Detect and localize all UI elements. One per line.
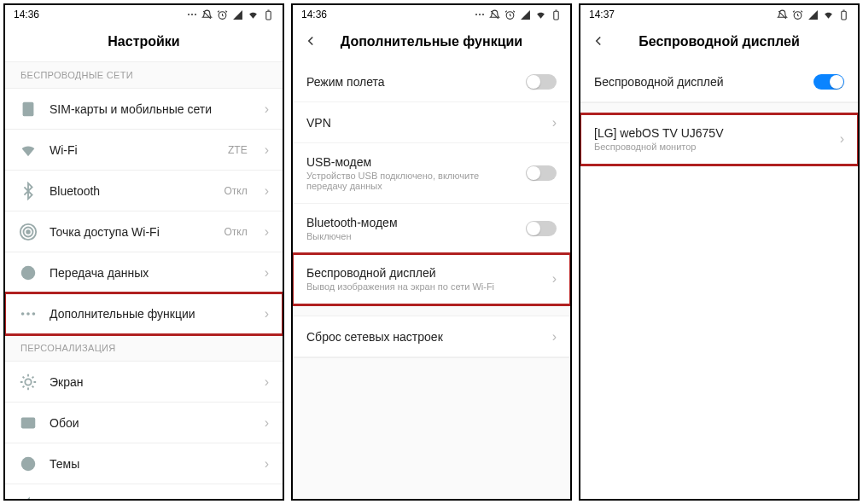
- svg-point-6: [21, 265, 36, 280]
- chevron-right-icon: ›: [265, 415, 269, 431]
- phone-screen-3: 14:37 Беспроводной дисплей Беспроводной …: [579, 3, 860, 501]
- chevron-right-icon: ›: [265, 456, 269, 472]
- cast-list: Беспроводной дисплей: [580, 61, 858, 102]
- back-button[interactable]: [303, 33, 318, 52]
- airplane-toggle[interactable]: [526, 74, 557, 90]
- chevron-right-icon: ›: [552, 271, 557, 287]
- phone-screen-2: 14:36 ⋯ Дополнительные функции Режим пол…: [291, 3, 572, 501]
- wireless-display-toggle[interactable]: [813, 74, 844, 90]
- airplane-row[interactable]: Режим полета: [293, 61, 570, 102]
- section-personal: ПЕРСОНАЛИЗАЦИЯ: [5, 334, 283, 362]
- chevron-right-icon: ›: [265, 497, 269, 501]
- svg-point-12: [21, 456, 36, 471]
- phone-screen-1: 14:36 ⋯ Настройки БЕСПРОВОДНЫЕ СЕТИ SIM-…: [3, 3, 284, 501]
- device-name: [LG] webOS TV UJ675V: [594, 126, 828, 140]
- back-button[interactable]: [591, 33, 606, 52]
- more-list: Режим полета VPN › USB-модем Устройство …: [293, 61, 570, 304]
- svg-rect-11: [21, 417, 36, 428]
- wifi-row[interactable]: Wi-Fi ZTE ›: [5, 130, 283, 171]
- battery-icon: [263, 9, 274, 20]
- status-time: 14:37: [589, 9, 615, 20]
- svg-rect-2: [23, 101, 34, 116]
- row-status: Откл: [224, 185, 247, 197]
- alarm-icon: [217, 9, 228, 20]
- device-sub: Беспроводной монитор: [594, 142, 828, 152]
- row-label: Передача данных: [50, 266, 253, 280]
- image-icon: [19, 414, 38, 432]
- spacer: [580, 102, 858, 114]
- bt-tether-row[interactable]: Bluetooth-модем Выключен: [293, 204, 570, 254]
- usb-tether-row[interactable]: USB-модем Устройство USB подключено, вкл…: [293, 143, 570, 204]
- bluetooth-row[interactable]: Bluetooth Откл ›: [5, 171, 283, 211]
- status-time: 14:36: [301, 9, 327, 20]
- dots-icon: ⋯: [475, 9, 485, 20]
- row-label: Точка доступа Wi-Fi: [50, 225, 212, 239]
- row-sub: Вывод изображения на экран по сети Wi-Fi: [306, 281, 540, 292]
- display-row[interactable]: Экран ›: [5, 362, 283, 403]
- bell-off-icon: [777, 9, 788, 20]
- chevron-left-icon: [303, 33, 318, 49]
- alarm-icon: [792, 9, 803, 20]
- status-icons: ⋯: [475, 9, 562, 20]
- status-icons: [777, 9, 849, 20]
- status-bar: 14:36 ⋯: [5, 5, 283, 24]
- svg-rect-1: [266, 11, 271, 20]
- row-label: SIM-карты и мобильные сети: [50, 102, 253, 116]
- row-label: Bluetooth: [50, 184, 212, 198]
- spacer: [293, 304, 570, 316]
- reset-list: Сброс сетевых настроек ›: [293, 316, 570, 357]
- row-label: Обои: [50, 416, 253, 430]
- sound-row[interactable]: Звук и вибрация ›: [5, 484, 283, 501]
- empty-area: [580, 165, 858, 499]
- chevron-right-icon: ›: [265, 265, 269, 281]
- row-label: Сброс сетевых настроек: [306, 330, 540, 344]
- wireless-list: SIM-карты и мобильные сети › Wi-Fi ZTE ›…: [5, 89, 283, 334]
- data-usage-row[interactable]: Передача данных ›: [5, 252, 283, 293]
- row-label: Экран: [50, 375, 253, 389]
- svg-point-10: [25, 379, 31, 385]
- page-title-text: Настройки: [108, 34, 179, 49]
- status-icons: ⋯: [187, 9, 274, 20]
- page-title-text: Дополнительные функции: [341, 34, 522, 49]
- row-sub: Выключен: [306, 231, 514, 241]
- page-title-text: Беспроводной дисплей: [639, 34, 800, 49]
- row-sub: Устройство USB подключено, включите пере…: [306, 171, 514, 191]
- themes-row[interactable]: Темы ›: [5, 443, 283, 484]
- row-label: Дополнительные функции: [50, 307, 253, 321]
- status-bar: 14:37: [580, 5, 858, 24]
- more-functions-row[interactable]: Дополнительные функции ›: [5, 293, 283, 334]
- row-label: Беспроводной дисплей: [306, 266, 540, 280]
- dots-icon: ⋯: [187, 9, 197, 20]
- svg-point-7: [21, 312, 25, 316]
- chevron-right-icon: ›: [552, 115, 557, 130]
- wifi-icon: [823, 9, 834, 20]
- reset-network-row[interactable]: Сброс сетевых настроек ›: [293, 316, 570, 357]
- row-label: Режим полета: [306, 75, 514, 89]
- hotspot-row[interactable]: Точка доступа Wi-Fi Откл ›: [5, 211, 283, 252]
- usb-toggle[interactable]: [526, 165, 557, 181]
- device-list: [LG] webOS TV UJ675V Беспроводной монито…: [580, 114, 858, 165]
- cast-device-row[interactable]: [LG] webOS TV UJ675V Беспроводной монито…: [580, 114, 858, 165]
- bt-toggle[interactable]: [526, 221, 557, 236]
- display-icon: [19, 373, 38, 391]
- chevron-left-icon: [591, 33, 606, 49]
- svg-point-9: [32, 312, 36, 316]
- wallpaper-row[interactable]: Обои ›: [5, 403, 283, 443]
- page-title: Настройки: [5, 24, 283, 61]
- sim-cards-row[interactable]: SIM-карты и мобильные сети ›: [5, 89, 283, 130]
- wireless-display-toggle-row[interactable]: Беспроводной дисплей: [580, 61, 858, 102]
- row-label: Звук и вибрация: [50, 498, 253, 501]
- row-label: VPN: [306, 116, 540, 130]
- vpn-row[interactable]: VPN ›: [293, 102, 570, 143]
- chevron-right-icon: ›: [265, 306, 269, 322]
- signal-icon: [808, 9, 819, 20]
- chevron-right-icon: ›: [265, 142, 269, 158]
- wifi-icon: [19, 141, 38, 159]
- page-title: Дополнительные функции: [293, 24, 570, 61]
- battery-icon: [551, 9, 562, 20]
- row-label: Темы: [50, 457, 253, 471]
- page-title: Беспроводной дисплей: [580, 24, 858, 61]
- row-label: Wi-Fi: [50, 143, 216, 157]
- wireless-display-row[interactable]: Беспроводной дисплей Вывод изображения н…: [293, 254, 570, 304]
- signal-icon: [520, 9, 531, 20]
